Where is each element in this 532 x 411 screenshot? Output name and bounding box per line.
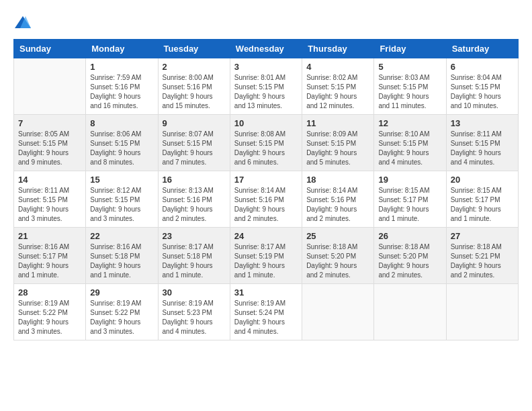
calendar-week-row: 21Sunrise: 8:16 AM Sunset: 5:17 PM Dayli… <box>14 228 519 284</box>
calendar-cell: 15Sunrise: 8:12 AM Sunset: 5:15 PM Dayli… <box>86 171 158 228</box>
page-header <box>13 13 519 32</box>
column-header-thursday: Thursday <box>302 40 374 58</box>
day-info: Sunrise: 8:16 AM Sunset: 5:17 PM Dayligh… <box>18 242 81 280</box>
calendar-cell: 2Sunrise: 8:00 AM Sunset: 5:16 PM Daylig… <box>158 58 230 115</box>
day-info: Sunrise: 8:00 AM Sunset: 5:16 PM Dayligh… <box>163 73 226 111</box>
calendar-week-row: 1Sunrise: 7:59 AM Sunset: 5:16 PM Daylig… <box>14 58 519 115</box>
day-info: Sunrise: 8:01 AM Sunset: 5:15 PM Dayligh… <box>234 73 298 111</box>
day-number: 15 <box>90 175 153 185</box>
day-number: 30 <box>163 287 226 298</box>
calendar-header-row: SundayMondayTuesdayWednesdayThursdayFrid… <box>14 40 519 58</box>
day-info: Sunrise: 7:59 AM Sunset: 5:16 PM Dayligh… <box>90 73 153 111</box>
day-number: 23 <box>163 231 226 241</box>
day-number: 12 <box>378 118 441 128</box>
calendar-cell: 5Sunrise: 8:03 AM Sunset: 5:15 PM Daylig… <box>374 58 446 115</box>
day-info: Sunrise: 8:14 AM Sunset: 5:16 PM Dayligh… <box>306 186 369 224</box>
calendar-cell: 1Sunrise: 7:59 AM Sunset: 5:16 PM Daylig… <box>86 58 158 115</box>
calendar-cell: 14Sunrise: 8:11 AM Sunset: 5:15 PM Dayli… <box>14 171 86 228</box>
calendar-cell: 27Sunrise: 8:18 AM Sunset: 5:21 PM Dayli… <box>446 228 518 284</box>
calendar-cell: 12Sunrise: 8:10 AM Sunset: 5:15 PM Dayli… <box>374 115 446 171</box>
day-number: 27 <box>451 231 514 241</box>
day-info: Sunrise: 8:10 AM Sunset: 5:15 PM Dayligh… <box>378 130 441 167</box>
day-info: Sunrise: 8:03 AM Sunset: 5:15 PM Dayligh… <box>378 73 441 111</box>
day-number: 4 <box>306 62 369 72</box>
day-info: Sunrise: 8:18 AM Sunset: 5:20 PM Dayligh… <box>306 242 369 280</box>
calendar-cell <box>14 58 86 115</box>
calendar-cell: 26Sunrise: 8:18 AM Sunset: 5:20 PM Dayli… <box>374 228 446 284</box>
calendar-cell: 13Sunrise: 8:11 AM Sunset: 5:15 PM Dayli… <box>446 115 518 171</box>
column-header-monday: Monday <box>86 40 158 58</box>
calendar-cell: 25Sunrise: 8:18 AM Sunset: 5:20 PM Dayli… <box>302 228 374 284</box>
day-number: 24 <box>234 231 298 241</box>
logo <box>13 13 35 32</box>
day-number: 18 <box>306 175 369 185</box>
calendar-week-row: 14Sunrise: 8:11 AM Sunset: 5:15 PM Dayli… <box>14 171 519 228</box>
day-info: Sunrise: 8:17 AM Sunset: 5:19 PM Dayligh… <box>234 242 298 280</box>
day-number: 28 <box>18 287 81 298</box>
calendar-cell: 21Sunrise: 8:16 AM Sunset: 5:17 PM Dayli… <box>14 228 86 284</box>
day-number: 21 <box>18 231 81 241</box>
calendar-cell: 4Sunrise: 8:02 AM Sunset: 5:15 PM Daylig… <box>302 58 374 115</box>
day-info: Sunrise: 8:09 AM Sunset: 5:15 PM Dayligh… <box>306 130 369 167</box>
day-number: 19 <box>378 175 441 185</box>
calendar-cell <box>374 284 446 340</box>
calendar-cell: 29Sunrise: 8:19 AM Sunset: 5:22 PM Dayli… <box>86 284 158 340</box>
column-header-tuesday: Tuesday <box>158 40 230 58</box>
calendar-week-row: 28Sunrise: 8:19 AM Sunset: 5:22 PM Dayli… <box>14 284 519 340</box>
column-header-friday: Friday <box>374 40 446 58</box>
day-info: Sunrise: 8:15 AM Sunset: 5:17 PM Dayligh… <box>378 186 441 224</box>
calendar-cell: 16Sunrise: 8:13 AM Sunset: 5:16 PM Dayli… <box>158 171 230 228</box>
day-number: 17 <box>234 175 298 185</box>
calendar-cell: 23Sunrise: 8:17 AM Sunset: 5:18 PM Dayli… <box>158 228 230 284</box>
calendar-cell: 18Sunrise: 8:14 AM Sunset: 5:16 PM Dayli… <box>302 171 374 228</box>
day-number: 22 <box>90 231 153 241</box>
day-info: Sunrise: 8:14 AM Sunset: 5:16 PM Dayligh… <box>234 186 298 224</box>
calendar-table: SundayMondayTuesdayWednesdayThursdayFrid… <box>13 39 519 340</box>
day-info: Sunrise: 8:07 AM Sunset: 5:15 PM Dayligh… <box>163 130 226 167</box>
day-number: 20 <box>451 175 514 185</box>
calendar-cell: 6Sunrise: 8:04 AM Sunset: 5:15 PM Daylig… <box>446 58 518 115</box>
calendar-cell: 30Sunrise: 8:19 AM Sunset: 5:23 PM Dayli… <box>158 284 230 340</box>
calendar-cell: 17Sunrise: 8:14 AM Sunset: 5:16 PM Dayli… <box>230 171 302 228</box>
calendar-cell: 20Sunrise: 8:15 AM Sunset: 5:17 PM Dayli… <box>446 171 518 228</box>
day-info: Sunrise: 8:19 AM Sunset: 5:24 PM Dayligh… <box>234 299 298 336</box>
day-info: Sunrise: 8:12 AM Sunset: 5:15 PM Dayligh… <box>90 186 153 224</box>
day-number: 14 <box>18 175 81 185</box>
day-number: 5 <box>378 62 441 72</box>
calendar-cell: 22Sunrise: 8:16 AM Sunset: 5:18 PM Dayli… <box>86 228 158 284</box>
day-info: Sunrise: 8:19 AM Sunset: 5:23 PM Dayligh… <box>163 299 226 336</box>
day-info: Sunrise: 8:18 AM Sunset: 5:20 PM Dayligh… <box>378 242 441 280</box>
calendar-cell: 10Sunrise: 8:08 AM Sunset: 5:15 PM Dayli… <box>230 115 302 171</box>
calendar-cell: 8Sunrise: 8:06 AM Sunset: 5:15 PM Daylig… <box>86 115 158 171</box>
day-info: Sunrise: 8:11 AM Sunset: 5:15 PM Dayligh… <box>18 186 81 224</box>
column-header-wednesday: Wednesday <box>230 40 302 58</box>
day-number: 16 <box>163 175 226 185</box>
day-number: 10 <box>234 118 298 128</box>
day-info: Sunrise: 8:19 AM Sunset: 5:22 PM Dayligh… <box>90 299 153 336</box>
calendar-week-row: 7Sunrise: 8:05 AM Sunset: 5:15 PM Daylig… <box>14 115 519 171</box>
calendar-cell: 28Sunrise: 8:19 AM Sunset: 5:22 PM Dayli… <box>14 284 86 340</box>
day-number: 2 <box>163 62 226 72</box>
day-info: Sunrise: 8:08 AM Sunset: 5:15 PM Dayligh… <box>234 130 298 167</box>
calendar-cell: 19Sunrise: 8:15 AM Sunset: 5:17 PM Dayli… <box>374 171 446 228</box>
day-number: 3 <box>234 62 298 72</box>
day-number: 26 <box>378 231 441 241</box>
day-info: Sunrise: 8:19 AM Sunset: 5:22 PM Dayligh… <box>18 299 81 336</box>
calendar-cell: 24Sunrise: 8:17 AM Sunset: 5:19 PM Dayli… <box>230 228 302 284</box>
day-info: Sunrise: 8:06 AM Sunset: 5:15 PM Dayligh… <box>90 130 153 167</box>
day-info: Sunrise: 8:11 AM Sunset: 5:15 PM Dayligh… <box>451 130 514 167</box>
day-number: 7 <box>18 118 81 128</box>
day-number: 13 <box>451 118 514 128</box>
calendar-cell: 3Sunrise: 8:01 AM Sunset: 5:15 PM Daylig… <box>230 58 302 115</box>
day-number: 29 <box>90 287 153 298</box>
day-info: Sunrise: 8:16 AM Sunset: 5:18 PM Dayligh… <box>90 242 153 280</box>
column-header-sunday: Sunday <box>14 40 86 58</box>
day-info: Sunrise: 8:04 AM Sunset: 5:15 PM Dayligh… <box>451 73 514 111</box>
day-number: 6 <box>451 62 514 72</box>
day-number: 11 <box>306 118 369 128</box>
day-info: Sunrise: 8:13 AM Sunset: 5:16 PM Dayligh… <box>163 186 226 224</box>
calendar-cell: 11Sunrise: 8:09 AM Sunset: 5:15 PM Dayli… <box>302 115 374 171</box>
day-number: 1 <box>90 62 153 72</box>
calendar-cell <box>446 284 518 340</box>
day-info: Sunrise: 8:15 AM Sunset: 5:17 PM Dayligh… <box>451 186 514 224</box>
